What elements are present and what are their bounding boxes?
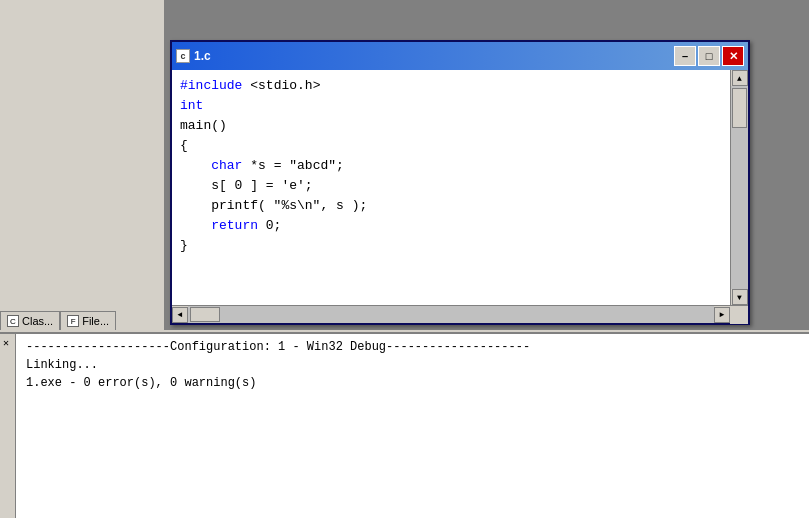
- maximize-button[interactable]: □: [698, 46, 720, 66]
- title-bar: c 1.c – □ ✕: [172, 42, 748, 70]
- class-tab-label: Clas...: [22, 315, 53, 327]
- scroll-thumb-h[interactable]: [190, 307, 220, 322]
- output-close-button[interactable]: ✕: [0, 336, 12, 350]
- vertical-scrollbar[interactable]: ▲ ▼: [730, 70, 748, 305]
- code-keyword-span: #include: [180, 78, 242, 93]
- title-bar-left: c 1.c: [176, 49, 211, 63]
- code-keyword-span: return: [180, 218, 258, 233]
- sidebar-tab-bar: C Clas... F File...: [0, 311, 164, 330]
- scroll-thumb-v[interactable]: [732, 88, 747, 128]
- scroll-down-button[interactable]: ▼: [732, 289, 748, 305]
- code-line: return 0;: [180, 216, 722, 236]
- output-line: Linking...: [26, 356, 801, 374]
- output-panel: ✕ --------------------Configuration: 1 -…: [0, 332, 809, 518]
- file-tab[interactable]: F File...: [60, 311, 116, 330]
- scroll-up-button[interactable]: ▲: [732, 70, 748, 86]
- class-tab[interactable]: C Clas...: [0, 311, 60, 330]
- code-keyword-span: int: [180, 98, 203, 113]
- file-icon: c: [176, 49, 190, 63]
- file-tab-label: File...: [82, 315, 109, 327]
- editor-content-area: #include <stdio.h>intmain(){ char *s = "…: [172, 70, 748, 305]
- code-line: s[ 0 ] = 'e';: [180, 176, 722, 196]
- window-title: 1.c: [194, 49, 211, 63]
- code-line: printf( "%s\n", s );: [180, 196, 722, 216]
- code-line: #include <stdio.h>: [180, 76, 722, 96]
- output-panel-header: ✕: [0, 334, 16, 518]
- code-line: char *s = "abcd";: [180, 156, 722, 176]
- title-bar-buttons: – □ ✕: [674, 46, 744, 66]
- editor-window: c 1.c – □ ✕ #include <stdio.h>intmain(){…: [170, 40, 750, 325]
- code-lines-container: #include <stdio.h>intmain(){ char *s = "…: [180, 76, 722, 256]
- output-line: 1.exe - 0 error(s), 0 warning(s): [26, 374, 801, 392]
- sidebar: C Clas... F File...: [0, 0, 165, 330]
- scroll-track-h[interactable]: [188, 306, 714, 323]
- output-text-area: --------------------Configuration: 1 - W…: [18, 334, 809, 396]
- code-keyword-span: char: [211, 158, 242, 173]
- code-line: {: [180, 136, 722, 156]
- output-line: --------------------Configuration: 1 - W…: [26, 338, 801, 356]
- class-tab-icon: C: [7, 315, 19, 327]
- file-tab-icon: F: [67, 315, 79, 327]
- code-area[interactable]: #include <stdio.h>intmain(){ char *s = "…: [172, 70, 730, 305]
- scroll-corner: [730, 306, 748, 324]
- code-line: int: [180, 96, 722, 116]
- code-line: main(): [180, 116, 722, 136]
- code-line: }: [180, 236, 722, 256]
- scroll-right-button[interactable]: ►: [714, 307, 730, 323]
- minimize-button[interactable]: –: [674, 46, 696, 66]
- close-button[interactable]: ✕: [722, 46, 744, 66]
- scroll-track-v[interactable]: [731, 86, 748, 289]
- scroll-left-button[interactable]: ◄: [172, 307, 188, 323]
- horizontal-scrollbar[interactable]: ◄ ►: [172, 305, 748, 323]
